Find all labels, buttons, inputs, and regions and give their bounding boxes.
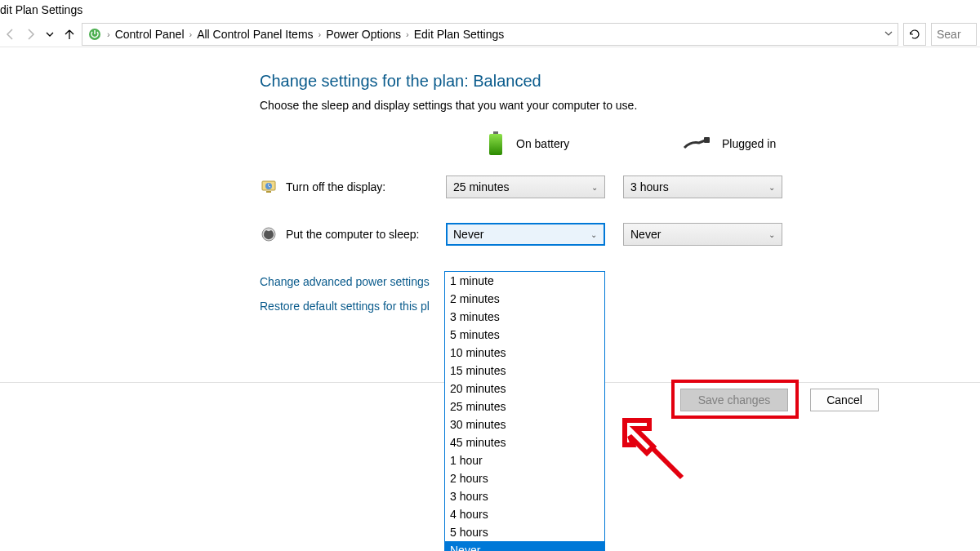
chevron-down-icon: ⌄ [768, 230, 775, 239]
row-turn-off-display: Turn off the display: 25 minutes ⌄ 3 hou… [260, 176, 980, 198]
nav-up-button[interactable] [62, 27, 77, 42]
breadcrumb-item[interactable]: Power Options [326, 28, 401, 41]
dropdown-option[interactable]: 15 minutes [445, 362, 604, 380]
dropdown-option[interactable]: 1 minute [445, 272, 604, 290]
dropdown-option[interactable]: 5 minutes [445, 326, 604, 344]
sleep-icon [260, 225, 278, 243]
select-value: Never [453, 228, 483, 241]
save-changes-button[interactable]: Save changes [680, 389, 788, 411]
dropdown-option[interactable]: 2 hours [445, 469, 604, 487]
dropdown-option[interactable]: 30 minutes [445, 415, 604, 433]
dropdown-option[interactable]: 1 hour [445, 451, 604, 469]
select-value: Never [630, 228, 661, 241]
plug-icon [683, 136, 710, 151]
change-advanced-link[interactable]: Change advanced power settings [260, 275, 430, 288]
dropdown-option[interactable]: 5 hours [445, 523, 604, 541]
dropdown-option[interactable]: 4 hours [445, 505, 604, 523]
dropdown-option[interactable]: 2 minutes [445, 290, 604, 308]
chevron-right-icon: › [189, 29, 193, 39]
dropdown-option[interactable]: 3 minutes [445, 308, 604, 326]
dropdown-option[interactable]: 3 hours [445, 487, 604, 505]
search-placeholder: Sear [937, 28, 961, 41]
row-label: Put the computer to sleep: [286, 228, 446, 241]
column-label: Plugged in [722, 137, 776, 150]
svg-rect-1 [493, 131, 498, 134]
sleep-battery-select[interactable]: Never ⌄ [446, 223, 605, 246]
nav-recent-button[interactable] [42, 27, 57, 42]
annotation-arrow [604, 400, 694, 492]
window-title: dit Plan Settings [0, 0, 980, 21]
column-label: On battery [516, 137, 569, 150]
svg-rect-3 [704, 137, 710, 143]
page-title: Change settings for the plan: Balanced [260, 72, 980, 91]
page-subtitle: Choose the sleep and display settings th… [260, 99, 980, 112]
breadcrumb-item[interactable]: All Control Panel Items [197, 28, 313, 41]
chevron-down-icon[interactable] [884, 29, 893, 39]
dropdown-option[interactable]: Never [445, 541, 604, 551]
chevron-right-icon: › [107, 29, 110, 39]
battery-icon [487, 131, 505, 156]
cancel-button[interactable]: Cancel [810, 389, 879, 411]
display-plugged-select[interactable]: 3 hours ⌄ [623, 176, 782, 198]
nav-back-button[interactable] [3, 27, 18, 42]
chevron-right-icon: › [318, 29, 322, 39]
nav-bar: › Control Panel › All Control Panel Item… [0, 21, 980, 47]
column-header-battery: On battery [446, 131, 609, 156]
nav-forward-button[interactable] [23, 27, 38, 42]
restore-defaults-link[interactable]: Restore default settings for this pl [260, 300, 430, 313]
chevron-right-icon: › [406, 29, 409, 39]
row-sleep: Put the computer to sleep: Never ⌄ Never… [260, 223, 980, 246]
breadcrumb-item[interactable]: Edit Plan Settings [414, 28, 505, 41]
sleep-plugged-select[interactable]: Never ⌄ [623, 223, 782, 246]
svg-rect-6 [266, 191, 271, 193]
display-battery-select[interactable]: 25 minutes ⌄ [446, 176, 605, 198]
refresh-button[interactable] [903, 23, 926, 46]
power-options-icon [87, 27, 102, 42]
search-input[interactable]: Sear [931, 23, 977, 46]
svg-rect-2 [489, 134, 502, 155]
dropdown-option[interactable]: 45 minutes [445, 433, 604, 451]
dropdown-option[interactable]: 10 minutes [445, 344, 604, 362]
chevron-down-icon: ⌄ [768, 183, 775, 192]
select-value: 25 minutes [453, 180, 509, 193]
chevron-down-icon: ⌄ [590, 230, 597, 239]
chevron-down-icon: ⌄ [591, 183, 598, 192]
column-header-plugged: Plugged in [683, 131, 846, 156]
dropdown-option[interactable]: 20 minutes [445, 380, 604, 398]
breadcrumb-item[interactable]: Control Panel [115, 28, 185, 41]
sleep-battery-dropdown-list[interactable]: 1 minute2 minutes3 minutes5 minutes10 mi… [444, 271, 605, 551]
display-icon [260, 178, 278, 196]
select-value: 3 hours [630, 180, 669, 193]
dropdown-option[interactable]: 25 minutes [445, 398, 604, 415]
row-label: Turn off the display: [286, 180, 446, 193]
breadcrumb[interactable]: › Control Panel › All Control Panel Item… [82, 23, 898, 46]
